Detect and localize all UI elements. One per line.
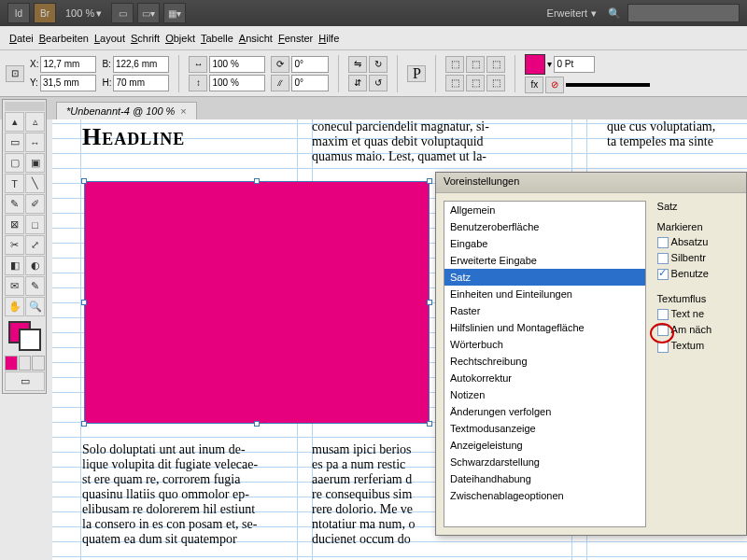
zoom-tool[interactable]: 🔍 [25,297,45,316]
category-item[interactable]: Einheiten und Einteilungen [444,286,645,302]
gap-tool[interactable]: ↔ [25,133,45,152]
handle-tl[interactable] [81,178,87,184]
arrange-icon[interactable]: ▦▾ [163,3,186,23]
category-item[interactable]: Autokorrektur [444,370,645,386]
category-item[interactable]: Notizen [444,386,645,403]
shear-field[interactable] [291,75,329,91]
handle-tr[interactable] [427,178,432,184]
category-item[interactable]: Benutzeroberfläche [444,218,645,235]
none-icon[interactable]: ⊘ [545,77,564,93]
line-tool[interactable]: ╲ [25,174,45,193]
category-item[interactable]: Dateihandhabung [444,470,645,487]
handle-ml[interactable] [81,300,87,305]
rectangle-tool[interactable]: □ [25,215,45,234]
category-item[interactable]: Anzeigeleistung [444,437,645,454]
chk-textne[interactable] [657,309,669,320]
align-icon-5[interactable]: ⬚ [466,75,485,91]
align-icon-1[interactable]: ⬚ [445,56,464,73]
type-tool[interactable]: T [5,174,24,193]
view-icon[interactable]: ▭ [111,3,134,23]
close-icon[interactable]: × [180,105,186,117]
category-item[interactable]: Eingabe [444,235,645,252]
pencil-tool[interactable]: ✐ [25,194,45,214]
tools-grip[interactable] [5,102,45,111]
gradient-swatch-tool[interactable]: ◧ [5,256,24,275]
preferences-categories[interactable]: AllgemeinBenutzeroberflächeEingabeErweit… [444,201,646,527]
category-item[interactable]: Wörterbuch [444,336,645,353]
chk-absatz[interactable] [657,237,669,248]
category-item[interactable]: Satz [444,269,645,286]
apply-color-1[interactable] [5,356,18,371]
menu-bearbeiten[interactable]: Bearbeiten [39,33,89,44]
chk-benutze[interactable] [657,269,669,280]
eyedropper-tool[interactable]: ✎ [25,276,45,296]
handle-tm[interactable] [254,178,260,184]
zoom-level[interactable]: 100 % ▾ [65,7,102,20]
stroke-field[interactable] [554,56,595,73]
scale-x-field[interactable] [209,56,265,73]
paragraph-icon[interactable]: P [407,65,426,82]
x-field[interactable] [40,56,96,73]
handle-br[interactable] [427,421,432,427]
fx-icon[interactable]: fx [525,77,543,93]
category-item[interactable]: Zwischenablageoptionen [444,487,645,504]
flip-v-icon[interactable]: ⇵ [348,75,367,91]
category-item[interactable]: Schwarzdarstellung [444,454,645,470]
category-item[interactable]: Änderungen verfolgen [444,403,645,420]
apply-color-2[interactable] [19,356,32,371]
rotate-field[interactable] [291,56,329,73]
pen-tool[interactable]: ✎ [5,194,24,214]
chk-silben[interactable] [657,253,669,264]
stroke-color[interactable] [19,329,41,351]
align-icon-2[interactable]: ⬚ [466,56,485,73]
menu-objekt[interactable]: Objekt [165,33,195,44]
rotate-cw-icon[interactable]: ↻ [369,56,388,73]
handle-bl[interactable] [81,421,87,427]
content-placer-tool[interactable]: ▣ [25,153,45,173]
align-icon-6[interactable]: ⬚ [486,75,505,91]
fill-swatch[interactable] [525,54,545,75]
apply-color-3[interactable] [32,356,45,371]
flip-h-icon[interactable]: ⇋ [348,56,367,73]
content-collector-tool[interactable]: ▢ [5,153,24,173]
category-item[interactable]: Allgemein [444,202,645,218]
reference-point-icon[interactable]: ⊡ [6,65,24,82]
selected-frame[interactable] [84,181,430,424]
category-item[interactable]: Erweiterte Eingabe [444,252,645,269]
scissors-tool[interactable]: ✂ [5,235,24,255]
handle-mr[interactable] [427,300,432,305]
app-icon[interactable]: Id [7,3,30,23]
workspace-switcher[interactable]: Erweitert ▾ [547,7,597,20]
bridge-icon[interactable]: Br [34,3,56,23]
menu-datei[interactable]: Datei [9,33,34,44]
screen-icon[interactable]: ▭▾ [137,3,160,23]
free-transform-tool[interactable]: ⤢ [25,235,45,255]
handle-bm[interactable] [254,421,260,427]
document-tab[interactable]: *Unbenannt-4 @ 100 % × [56,102,197,119]
rectangle-frame-tool[interactable]: ⊠ [5,215,24,234]
view-mode-tool[interactable]: ▭ [5,371,45,391]
w-field[interactable] [113,56,169,73]
category-item[interactable]: Hilfslinien und Montagefläche [444,319,645,336]
category-item[interactable]: Rechtschreibung [444,353,645,370]
menu-hilfe[interactable]: Hilfe [318,33,339,44]
category-item[interactable]: Textmodusanzeige [444,420,645,437]
direct-selection-tool[interactable]: ▵ [25,112,45,132]
selection-tool[interactable]: ▴ [5,112,24,132]
scale-y-field[interactable] [209,75,265,91]
hand-tool[interactable]: ✋ [5,297,24,316]
menu-schrift[interactable]: Schrift [131,33,160,44]
align-icon-3[interactable]: ⬚ [486,56,505,73]
menu-tabelle[interactable]: Tabelle [201,33,233,44]
h-field[interactable] [113,75,169,91]
menu-fenster[interactable]: Fenster [278,33,313,44]
menu-layout[interactable]: Layout [94,33,125,44]
align-icon-4[interactable]: ⬚ [445,75,464,91]
y-field[interactable] [40,75,96,91]
menu-ansicht[interactable]: Ansicht [239,33,273,44]
category-item[interactable]: Raster [444,302,645,319]
note-tool[interactable]: ✉ [5,276,24,296]
rotate-ccw-icon[interactable]: ↺ [369,75,388,91]
page-tool[interactable]: ▭ [5,133,24,152]
search-input[interactable] [627,4,740,22]
